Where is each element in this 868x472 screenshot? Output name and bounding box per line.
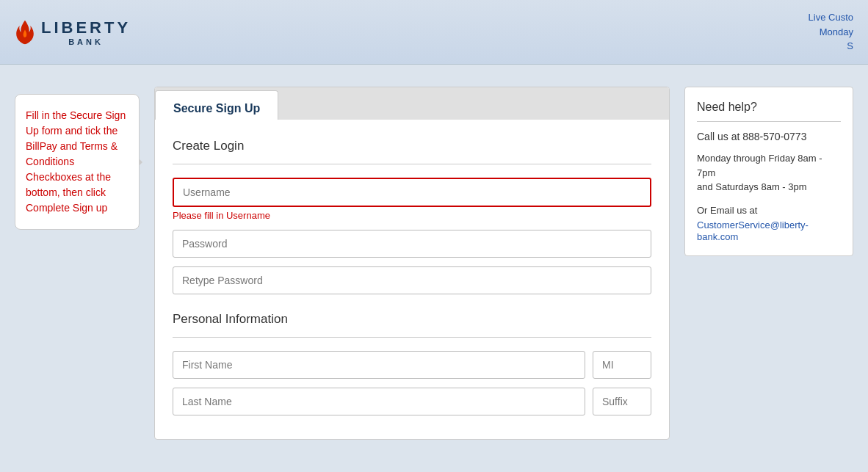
form-content: Create Login Please fill in Username Per… [155, 120, 669, 439]
first-name-mi-group [173, 351, 651, 379]
suffix-input[interactable] [593, 388, 651, 415]
tooltip-box: Fill in the Secure Sign Up form and tick… [15, 94, 140, 230]
first-name-input[interactable] [173, 351, 585, 379]
logo-bank-text: BANK [41, 37, 131, 46]
section-divider-personal [173, 337, 651, 338]
header-live-chat: Live Custo Monday S [809, 10, 853, 54]
section-divider-login [173, 164, 651, 164]
retype-password-input[interactable] [173, 266, 651, 294]
password-group [173, 230, 651, 258]
section-create-login-title: Create Login [173, 139, 651, 153]
username-error: Please fill in Username [173, 210, 651, 221]
last-name-suffix-group [173, 388, 651, 415]
help-hours: Monday through Friday 8am - 7pm and Satu… [697, 151, 841, 195]
logo-text: LIBERTY BANK [41, 18, 131, 46]
help-phone: Call us at 888-570-0773 [697, 131, 841, 142]
username-group: Please fill in Username [173, 178, 651, 221]
form-area: Secure Sign Up Create Login Please fill … [154, 87, 670, 440]
tooltip-text: Fill in the Secure Sign Up form and tick… [26, 109, 126, 214]
help-title: Need help? [697, 101, 841, 114]
help-email-link[interactable]: CustomerService@liberty-bank.com [697, 219, 809, 242]
logo-liberty-text: LIBERTY [41, 18, 131, 37]
help-divider [697, 121, 841, 122]
main-container: Fill in the Secure Sign Up form and tick… [0, 65, 868, 454]
retype-password-group [173, 266, 651, 294]
last-name-input[interactable] [173, 388, 585, 415]
username-input[interactable] [173, 178, 651, 207]
flame-icon [15, 19, 35, 46]
help-email-label: Or Email us at [697, 205, 841, 216]
tab-secure-signup[interactable]: Secure Sign Up [155, 90, 278, 120]
section-personal-info-title: Personal Information [173, 312, 651, 327]
logo: LIBERTY BANK [15, 18, 131, 46]
mi-input[interactable] [593, 351, 651, 379]
header: LIBERTY BANK Live Custo Monday S [0, 0, 868, 65]
sidebar-help: Need help? Call us at 888-570-0773 Monda… [684, 87, 853, 256]
password-input[interactable] [173, 230, 651, 258]
tab-bar: Secure Sign Up [155, 87, 669, 120]
